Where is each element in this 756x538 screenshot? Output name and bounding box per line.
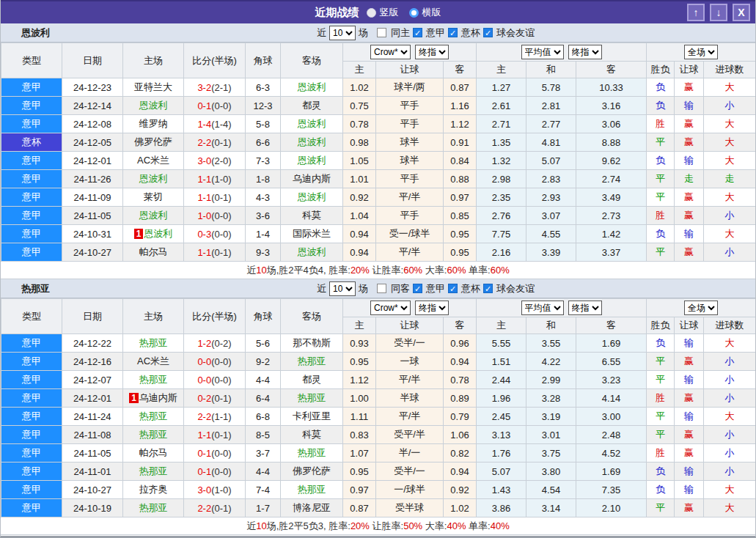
league-cell: 意甲 [1,481,62,499]
match-row: 意甲24-11-01热那亚0-1(0-0)4-4佛罗伦萨0.95受半/一0.94… [1,463,756,481]
checked-checkbox-icon[interactable]: ✓ [413,28,422,37]
corners-cell: 7-4 [246,481,281,499]
match-row: 意甲24-11-08热那亚1-1(0-1)8-5科莫0.83受平/半1.063.… [1,426,756,444]
section-header: 恩波利近10场同主✓意甲✓意杯✓球会友谊 [1,23,755,43]
checkbox-label: 同客 [391,282,410,295]
summary-text: 10 [256,265,266,276]
unchecked-checkbox-icon[interactable] [377,28,386,37]
radio-button-icon[interactable] [367,8,376,18]
summary-text: 50% [403,520,422,531]
handicap-odds-cell: 球半/两 [376,78,444,97]
team-name: 恩波利 [21,26,50,40]
odds-source-select[interactable]: Crow* [370,45,411,59]
red-card-badge: 1 [129,393,139,403]
odds-group-header: 平均值终指 [477,299,647,317]
odds-source-select[interactable]: Crow* [370,301,411,315]
away-team-cell: 博洛尼亚 [281,499,343,517]
away-team-cell: 科莫 [281,207,343,225]
score-cell: 2-2(0-1) [184,499,246,517]
close-button[interactable]: X [733,4,750,21]
radio-button-icon[interactable] [409,8,419,18]
league-cell: 意甲 [1,408,62,426]
handicap-odds-cell: 0.94 [343,243,376,262]
result-cell: 小 [704,444,756,463]
half-time-score: (1-1) [211,411,231,422]
result-cell: 大 [704,225,756,243]
full-time-score: 0-1 [197,100,211,111]
handicap-odds-cell: 平/半 [376,243,444,262]
date-cell: 24-12-23 [62,78,123,97]
score-cell: 3-0(1-0) [184,481,246,499]
checked-checkbox-icon[interactable]: ✓ [413,284,422,293]
handicap-odds-cell: 受半球 [376,499,444,517]
odds-source-select[interactable]: 平均值 [521,301,564,315]
corners-cell: 9-2 [246,353,281,371]
handicap-odds-cell: 0.79 [444,408,477,426]
match-count-select[interactable]: 10 [329,26,356,40]
column-header: 比分(半场) [184,43,246,78]
column-header: 主场 [123,43,184,78]
away-team-cell: 都灵 [281,371,343,389]
match-count-select[interactable]: 10 [329,281,356,296]
result-cell: 小 [704,426,756,444]
odds-source-select[interactable]: 平均值 [521,45,564,59]
odds-source-select[interactable]: 终指 [568,301,602,315]
half-time-score: (2-1) [211,82,231,93]
radio-horizontal-layout[interactable]: 横版 [409,6,441,19]
date-cell: 24-11-05 [62,444,123,463]
result-cell: 大 [704,188,756,207]
odds-source-select[interactable]: 全场 [684,301,718,315]
home-team-name: AC米兰 [137,155,169,166]
sub-column-header: 进球数 [704,62,756,78]
odds-source-select[interactable]: 终指 [568,45,602,59]
checked-checkbox-icon[interactable]: ✓ [448,28,458,37]
odds-group-header: Crow*终指 [343,43,477,62]
move-up-button[interactable]: ↑ [687,4,705,21]
handicap-odds-cell: 0.75 [343,97,376,115]
home-team-name: 恩波利 [139,100,168,111]
match-row: 意甲24-11-26恩波利1-1(1-0)1-8乌迪内斯1.01平手0.882.… [1,170,756,188]
odds-source-select[interactable]: 终指 [415,45,449,59]
home-team-name: 拉齐奥 [139,484,168,495]
corners-cell: 1-4 [246,225,281,243]
corners-cell: 7-3 [246,152,281,170]
move-down-button[interactable]: ↓ [710,4,727,21]
checked-checkbox-icon[interactable]: ✓ [483,28,493,37]
handicap-odds-cell: 0.94 [444,463,477,481]
summary-text: 让胜率: [370,520,403,531]
home-team-cell: 热那亚 [123,334,184,353]
full-time-score: 0-0 [197,375,211,386]
checked-checkbox-icon[interactable]: ✓ [448,284,458,293]
checked-checkbox-icon[interactable]: ✓ [483,284,493,293]
handicap-odds-cell: 0.98 [343,133,376,152]
odds-source-select[interactable]: 全场 [684,45,718,59]
match-row: 意甲24-12-22热那亚1-2(0-2)5-6那不勒斯0.93受半/一0.96… [1,334,756,353]
away-team-name: 那不勒斯 [293,337,331,348]
sub-column-header: 胜负 [647,317,675,334]
result-cell: 输 [675,97,704,115]
odds-source-select[interactable]: 终指 [415,301,449,315]
column-header: 类型 [1,43,62,78]
summary-text: 10 [256,520,266,531]
half-time-score: (0-0) [211,356,231,367]
handicap-odds-cell: 1.16 [444,97,477,115]
away-team-cell: 佛罗伦萨 [281,463,343,481]
unchecked-checkbox-icon[interactable] [377,284,386,293]
score-cell: 0-3(0-0) [184,225,246,243]
score-cell: 1-1(0-1) [184,188,246,207]
near-label: 近 [317,282,326,295]
away-team-cell: 乌迪内斯 [281,170,343,188]
result-cell: 输 [675,408,704,426]
date-cell: 24-12-01 [62,152,123,170]
score-cell: 2-2(1-1) [184,408,246,426]
average-odds-cell: 2.73 [576,207,647,225]
result-cell: 大 [704,133,756,152]
handicap-odds-cell: 受平/半 [376,426,444,444]
average-odds-cell: 3.01 [526,426,576,444]
home-team-name: 热那亚 [139,502,168,513]
average-odds-cell: 5.55 [477,334,526,353]
radio-vertical-layout[interactable]: 竖版 [367,6,399,19]
league-cell: 意甲 [1,188,62,207]
away-team-cell: 热那亚 [281,353,343,371]
average-odds-cell: 3.75 [526,444,576,463]
